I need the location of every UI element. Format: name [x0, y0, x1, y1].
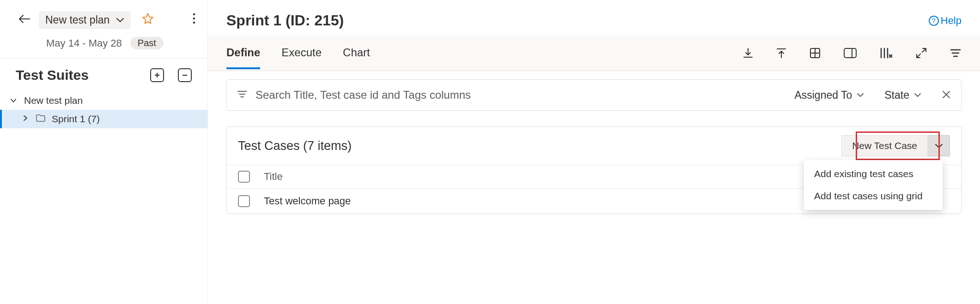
test-cases-panel: Test Cases (7 items) New Test Case Add e…	[226, 126, 962, 214]
test-suites-tree: New test plan Sprint 1 (7)	[0, 89, 207, 128]
filter-assigned-to[interactable]: Assigned To	[794, 89, 864, 101]
left-header: New test plan	[0, 0, 207, 34]
tab-toolbar-wrap: Define Execute Chart	[208, 36, 980, 71]
svg-point-1	[193, 18, 195, 19]
back-icon[interactable]	[18, 13, 30, 26]
iteration-status-badge: Past	[130, 37, 164, 49]
tree-item-label: New test plan	[24, 95, 83, 106]
tree-root-plan[interactable]: New test plan	[0, 91, 207, 110]
menu-add-test-cases-using-grid[interactable]: Add test cases using grid	[804, 185, 943, 207]
toolbar-right	[743, 47, 962, 59]
column-header-title[interactable]: Title	[264, 171, 811, 183]
tab-chart[interactable]: Chart	[343, 37, 370, 69]
chevron-down-icon	[857, 91, 864, 99]
menu-add-existing-test-cases[interactable]: Add existing test cases	[804, 163, 943, 185]
select-all-checkbox[interactable]	[238, 171, 250, 183]
help-icon: ?	[929, 16, 939, 26]
export-icon[interactable]	[743, 47, 754, 59]
right-pane: Sprint 1 (ID: 215) ? Help Define Execute…	[208, 0, 980, 304]
new-test-case-button[interactable]: New Test Case	[841, 135, 928, 156]
test-suites-title: Test Suites	[16, 67, 89, 83]
toggle-test-detail-pane-icon[interactable]	[843, 48, 857, 59]
divider	[208, 71, 980, 71]
test-plan-selector[interactable]: New test plan	[39, 11, 131, 29]
left-pane: New test plan May 14 - May 28 Past Test …	[0, 0, 208, 304]
tab-execute[interactable]: Execute	[281, 37, 322, 69]
right-header: Sprint 1 (ID: 215) ? Help	[208, 0, 980, 29]
chevron-down-icon	[116, 15, 124, 25]
more-options-icon[interactable]	[190, 10, 198, 30]
import-icon[interactable]	[776, 47, 787, 59]
grid-view-icon[interactable]	[809, 47, 821, 59]
row-checkbox[interactable]	[238, 195, 250, 207]
chevron-down-icon	[914, 91, 921, 99]
new-test-case-split-button: New Test Case	[841, 135, 950, 156]
cell-title: Test welcome page	[264, 195, 811, 207]
full-screen-icon[interactable]	[915, 47, 927, 59]
collapse-all-button[interactable]: −	[178, 68, 192, 82]
chevron-right-icon	[21, 115, 30, 123]
svg-rect-4	[844, 48, 856, 58]
favorite-star-icon[interactable]	[142, 12, 154, 28]
new-test-case-menu: Add existing test cases Add test cases u…	[804, 160, 943, 210]
new-test-case-dropdown[interactable]	[928, 135, 950, 156]
tab-define[interactable]: Define	[226, 37, 260, 69]
page-title: Sprint 1 (ID: 215)	[226, 12, 344, 29]
left-subheader: May 14 - May 28 Past	[0, 34, 207, 58]
svg-point-0	[193, 13, 195, 15]
chevron-down-icon	[9, 96, 18, 105]
test-cases-header: Test Cases (7 items) New Test Case	[227, 127, 961, 165]
tab-bar: Define Execute Chart	[208, 36, 980, 71]
filter-list-icon	[237, 90, 247, 101]
folder-icon	[36, 114, 45, 124]
tree-item-label: Sprint 1 (7)	[52, 113, 100, 125]
test-cases-title: Test Cases (7 items)	[238, 139, 352, 153]
test-plan-name: New test plan	[45, 14, 110, 26]
column-options-icon[interactable]	[879, 47, 893, 59]
clear-filters-icon[interactable]	[942, 88, 951, 102]
filter-bar: Assigned To State	[226, 79, 962, 111]
tree-suite-sprint1[interactable]: Sprint 1 (7)	[0, 110, 207, 128]
expand-all-button[interactable]: +	[150, 68, 164, 82]
iteration-date-range: May 14 - May 28	[46, 37, 122, 49]
help-label: Help	[941, 15, 962, 27]
search-input[interactable]	[256, 89, 774, 101]
filter-icon[interactable]	[950, 48, 962, 58]
test-suites-header: Test Suites + −	[0, 58, 207, 89]
svg-point-2	[193, 22, 195, 24]
help-link[interactable]: ? Help	[929, 15, 962, 27]
filter-state[interactable]: State	[884, 89, 921, 101]
